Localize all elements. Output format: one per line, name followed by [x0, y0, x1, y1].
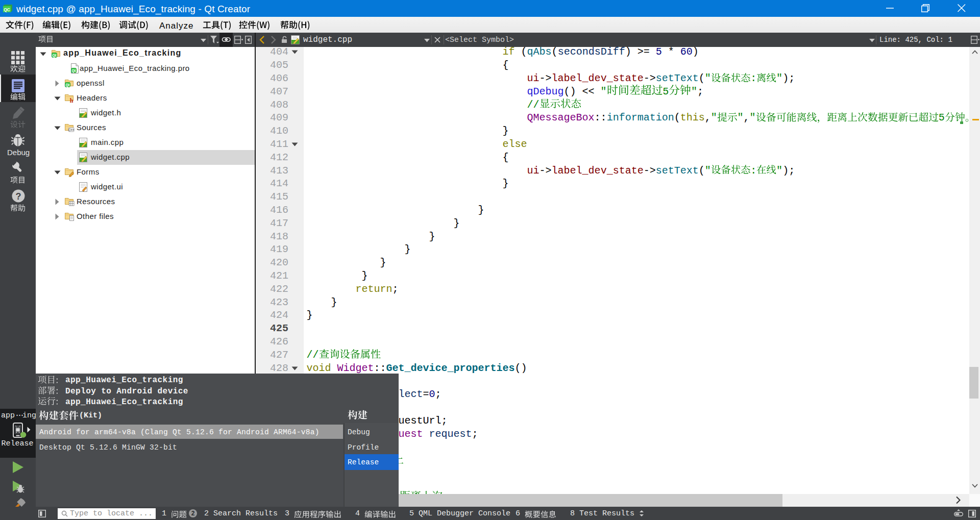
svg-text:QC: QC	[4, 7, 10, 12]
svg-text:h: h	[70, 96, 74, 104]
svg-text:C++: C++	[68, 128, 75, 131]
svg-text:Qt: Qt	[66, 83, 70, 87]
svg-text:?: ?	[16, 191, 21, 201]
svg-text:Qt: Qt	[53, 53, 57, 57]
svg-text:Qt: Qt	[72, 68, 76, 72]
